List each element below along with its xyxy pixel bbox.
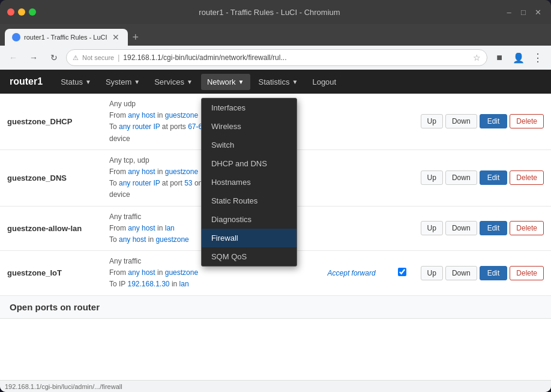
active-tab[interactable]: router1 - Traffic Rules - LuCI ✕: [5, 29, 128, 46]
nav-network-caret: ▼: [238, 79, 244, 85]
nav-services-label: Services: [154, 77, 184, 86]
edit-button-4[interactable]: Edit: [480, 266, 508, 280]
rule-link-zone-3b[interactable]: guestzone: [155, 235, 188, 244]
edit-button-2[interactable]: Edit: [480, 170, 508, 185]
profile-button[interactable]: 👤: [510, 49, 527, 66]
dropdown-dhcp-dns[interactable]: DHCP and DNS: [202, 154, 297, 173]
rule-name-2: guestzone_DNS: [7, 173, 67, 182]
nav-network-label: Network: [207, 77, 236, 86]
network-dropdown: Interfaces Wireless Switch DHCP and DNS …: [201, 98, 297, 267]
minimize-dot: [18, 8, 25, 16]
reload-button[interactable]: ↻: [46, 49, 62, 66]
rule-actions-1: Up Down Edit Delete: [421, 114, 544, 128]
maximize-dot: [29, 8, 36, 16]
rule-name-3: guestzone-allow-lan: [7, 224, 82, 233]
dropdown-hostnames[interactable]: Hostnames: [202, 173, 297, 191]
up-button-4[interactable]: Up: [421, 266, 443, 280]
window-controls: [7, 8, 36, 16]
edit-button-1[interactable]: Edit: [480, 114, 508, 128]
dropdown-firewall[interactable]: Firewall: [202, 229, 297, 247]
restore-button[interactable]: □: [517, 6, 529, 18]
action-label-4: Accept forward: [328, 269, 376, 277]
delete-button-4[interactable]: Delete: [510, 266, 544, 280]
window-title: router1 - Traffic Rules - LuCI - Chromiu…: [41, 8, 498, 17]
nav-system-caret: ▼: [134, 79, 140, 85]
address-bar: ← → ↻ ⚠ Not secure | 192.168.1.1/cgi-bin…: [0, 46, 551, 70]
rule-checkbox-4[interactable]: [398, 268, 406, 276]
security-label: Not secure: [82, 54, 114, 61]
rule-link-zone-2[interactable]: guestzone: [165, 167, 198, 176]
rule-name-4: guestzone_IoT: [7, 268, 62, 277]
bookmark-icon: ☆: [473, 53, 481, 62]
rule-actions-3: Up Down Edit Delete: [421, 221, 544, 235]
rule-link-router-1[interactable]: any router IP: [119, 122, 160, 131]
close-button[interactable]: ✕: [532, 6, 544, 18]
rule-link-zone-4b[interactable]: lan: [179, 280, 189, 288]
back-button[interactable]: ←: [5, 49, 22, 66]
dropdown-switch[interactable]: Switch: [202, 136, 297, 154]
rule-link-ip-4[interactable]: 192.168.1.30: [127, 280, 169, 288]
edit-button-3[interactable]: Edit: [480, 221, 508, 235]
nav-system[interactable]: System ▼: [100, 74, 146, 90]
rule-actions-4: Up Down Edit Delete: [421, 266, 544, 280]
rule-link-zone-4[interactable]: guestzone: [165, 268, 198, 277]
rule-link-port-2[interactable]: 53: [184, 179, 192, 187]
extensions-button[interactable]: ■: [491, 49, 508, 66]
nav-statistics-caret: ▼: [292, 79, 298, 85]
nav-services[interactable]: Services ▼: [148, 74, 199, 90]
rule-link-router-3[interactable]: any host: [119, 235, 146, 244]
url-bar[interactable]: ⚠ Not secure | 192.168.1.1/cgi-bin/luci/…: [66, 49, 487, 66]
down-button-3[interactable]: Down: [445, 221, 477, 235]
tab-close-button[interactable]: ✕: [111, 32, 121, 42]
dropdown-sqm[interactable]: SQM QoS: [202, 247, 297, 266]
url-text: 192.168.1.1/cgi-bin/luci/admin/network/f…: [123, 53, 286, 62]
url-separator: |: [118, 53, 119, 62]
forward-button[interactable]: →: [25, 49, 42, 66]
luci-brand: router1: [10, 76, 43, 87]
nav-services-caret: ▼: [187, 79, 193, 85]
menu-button[interactable]: ⋮: [529, 49, 546, 66]
rule-action-4: Accept forward: [320, 269, 384, 277]
rule-link-any-host-2[interactable]: any host: [128, 167, 155, 176]
dropdown-wireless[interactable]: Wireless: [202, 117, 297, 136]
rule-link-router-2[interactable]: any router IP: [119, 179, 160, 187]
rule-link-zone-1[interactable]: guestzone: [165, 111, 198, 119]
delete-button-2[interactable]: Delete: [510, 170, 544, 185]
close-dot: [7, 8, 14, 16]
rule-link-any-host-3[interactable]: any host: [128, 224, 155, 232]
up-button-2[interactable]: Up: [421, 170, 443, 185]
nav-system-label: System: [106, 77, 131, 86]
nav-status-caret: ▼: [85, 79, 91, 85]
title-controls: – □ ✕: [503, 6, 544, 18]
luci-page: router1 Status ▼ System ▼ Services ▼ Net…: [0, 70, 551, 392]
up-button-1[interactable]: Up: [421, 114, 443, 128]
down-button-4[interactable]: Down: [445, 266, 477, 280]
status-bar-url: 192.168.1.1/cgi-bin/luci/admin/.../firew…: [5, 383, 122, 390]
security-icon: ⚠: [73, 54, 79, 62]
title-bar: router1 - Traffic Rules - LuCI - Chromiu…: [0, 0, 551, 24]
section-header: Open ports on router: [0, 296, 551, 319]
tab-bar: router1 - Traffic Rules - LuCI ✕ +: [0, 24, 551, 46]
delete-button-1[interactable]: Delete: [510, 114, 544, 128]
dropdown-diagnostics[interactable]: Diagnostics: [202, 210, 297, 229]
luci-navbar: router1 Status ▼ System ▼ Services ▼ Net…: [0, 70, 551, 94]
new-tab-button[interactable]: +: [128, 29, 144, 46]
delete-button-3[interactable]: Delete: [510, 221, 544, 235]
rule-link-zone-3[interactable]: lan: [165, 224, 175, 232]
nav-network[interactable]: Network ▼ Interfaces Wireless Switch DHC…: [201, 74, 250, 90]
dropdown-static-routes[interactable]: Static Routes: [202, 191, 297, 210]
nav-status-label: Status: [61, 77, 83, 86]
nav-statistics-label: Statistics: [259, 77, 290, 86]
down-button-1[interactable]: Down: [445, 114, 477, 128]
nav-status[interactable]: Status ▼: [55, 74, 97, 90]
rule-actions-2: Up Down Edit Delete: [421, 170, 544, 185]
nav-statistics[interactable]: Statistics ▼: [253, 74, 304, 90]
rule-link-any-host-1[interactable]: any host: [128, 111, 155, 119]
rule-link-any-host-4[interactable]: any host: [128, 268, 155, 277]
minimize-button[interactable]: –: [503, 6, 515, 18]
down-button-2[interactable]: Down: [445, 170, 477, 185]
dropdown-interfaces[interactable]: Interfaces: [202, 98, 297, 117]
up-button-3[interactable]: Up: [421, 221, 443, 235]
nav-logout[interactable]: Logout: [306, 74, 342, 90]
address-actions: ■ 👤 ⋮: [491, 49, 546, 66]
